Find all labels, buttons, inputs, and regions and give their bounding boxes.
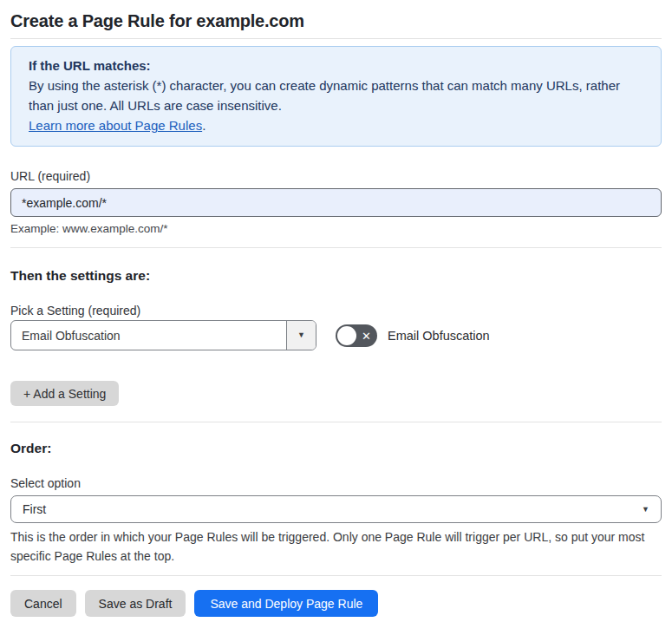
- setting-dropdown-caret-button[interactable]: ▼: [286, 321, 316, 350]
- info-link-line: Learn more about Page Rules.: [29, 115, 643, 135]
- url-match-info-box: If the URL matches: By using the asteris…: [10, 46, 662, 147]
- section-divider-2: [10, 422, 662, 422]
- order-select-value: First: [23, 502, 46, 516]
- email-obfuscation-toggle[interactable]: ✕: [336, 324, 377, 347]
- setting-dropdown-value: Email Obfuscation: [11, 321, 286, 350]
- info-box-heading: If the URL matches:: [29, 56, 643, 75]
- title-divider: [10, 38, 662, 39]
- page-rule-form: Create a Page Rule for example.com If th…: [0, 9, 672, 617]
- order-section-heading: Order:: [10, 440, 662, 457]
- cancel-button[interactable]: Cancel: [10, 590, 76, 617]
- setting-dropdown[interactable]: Email Obfuscation ▼: [10, 320, 316, 350]
- info-box-body: By using the asterisk (*) character, you…: [29, 75, 643, 115]
- order-select[interactable]: First ▼: [10, 495, 662, 523]
- toggle-knob: [337, 326, 356, 345]
- toggle-label: Email Obfuscation: [388, 329, 490, 343]
- footer-divider: [10, 575, 662, 576]
- select-option-label: Select option: [10, 475, 662, 491]
- email-obfuscation-toggle-group: ✕ Email Obfuscation: [336, 324, 490, 347]
- url-example-hint: Example: www.example.com/*: [10, 221, 662, 237]
- section-divider-1: [10, 247, 662, 248]
- save-and-deploy-button[interactable]: Save and Deploy Page Rule: [194, 590, 378, 617]
- toggle-off-x-icon: ✕: [362, 330, 371, 341]
- url-input[interactable]: [10, 188, 662, 217]
- settings-section-heading: Then the settings are:: [10, 267, 662, 285]
- chevron-down-icon: ▼: [642, 506, 649, 514]
- url-label: URL (required): [10, 168, 662, 184]
- link-period: .: [202, 118, 206, 133]
- footer-actions: Cancel Save as Draft Save and Deploy Pag…: [10, 590, 662, 617]
- order-help-text: This is the order in which your Page Rul…: [10, 527, 662, 566]
- setting-row: Email Obfuscation ▼ ✕ Email Obfuscation: [10, 320, 662, 350]
- save-as-draft-button[interactable]: Save as Draft: [85, 590, 186, 617]
- chevron-down-icon: ▼: [297, 331, 305, 339]
- pick-setting-label: Pick a Setting (required): [10, 303, 662, 318]
- learn-more-link[interactable]: Learn more about Page Rules: [29, 118, 202, 133]
- page-title: Create a Page Rule for example.com: [10, 9, 662, 33]
- add-setting-button[interactable]: + Add a Setting: [10, 381, 119, 406]
